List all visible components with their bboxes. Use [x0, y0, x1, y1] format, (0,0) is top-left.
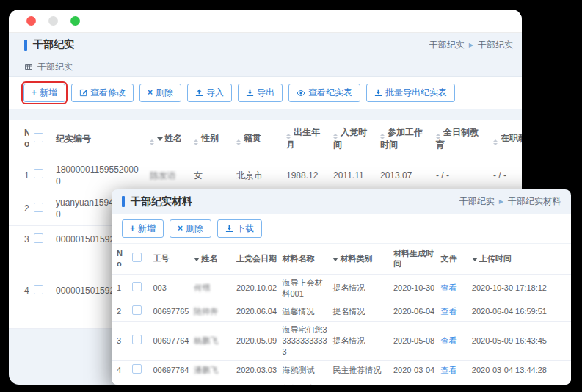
cell-upload_time: 2020-05-09 16:43:45	[470, 322, 571, 361]
view-record-table-button[interactable]: 查看纪实表	[288, 84, 360, 102]
delete-button[interactable]: ×删除	[170, 219, 211, 238]
column-label: 材料生成时间	[393, 249, 434, 268]
sort-caret-icon[interactable]	[194, 139, 198, 145]
cell-party_time: 2011.11	[329, 159, 376, 192]
button-label: 新增	[138, 224, 156, 233]
table-row: 500000150赵碧岭2019.10.30某某会议纪要提名情况2019-10-…	[112, 380, 571, 385]
col-birth_date[interactable]: 出生年月	[282, 120, 329, 159]
maximize-button[interactable]	[70, 16, 80, 26]
table-row: 1003何甥2020.10.02海导上会材料001提名情况2020-10-30查…	[112, 274, 571, 302]
close-button[interactable]	[26, 16, 36, 26]
filter-icon[interactable]	[157, 137, 163, 141]
sort-caret-icon[interactable]	[333, 134, 338, 139]
cell-select	[130, 360, 151, 380]
cell-upload_time: 2019-10-29 11:40:17	[470, 380, 571, 385]
cell-select	[130, 322, 151, 361]
import-button[interactable]: 导入	[187, 84, 232, 102]
sort-caret-icon[interactable]	[380, 134, 385, 139]
col-upload_time[interactable]: 上传时间	[470, 244, 571, 274]
plus-icon: +	[130, 224, 135, 233]
cell-upload_time: 2020-03-04 13:44:28	[470, 360, 571, 380]
sort-caret-icon[interactable]	[493, 139, 498, 145]
col-onjob_edu[interactable]: 在职教育	[489, 120, 522, 159]
col-material_name: 材料名称	[280, 244, 330, 274]
row-checkbox[interactable]	[132, 364, 142, 374]
cell-work_time: 2013.07	[376, 159, 432, 192]
cell-job_no: 00697765	[150, 302, 192, 322]
cell-no: 4	[9, 277, 29, 328]
delete-button[interactable]: ×删除	[139, 84, 181, 102]
cell-material_name: 海鸥测试	[280, 360, 330, 380]
page-title: 干部纪实	[33, 38, 74, 51]
download-icon	[374, 89, 382, 97]
cell-job_no: 00697764	[150, 360, 192, 380]
view-link[interactable]: 查看	[440, 336, 456, 345]
sort-caret-icon[interactable]	[436, 134, 440, 139]
export-button[interactable]: 导出	[238, 84, 283, 102]
cell-material_time: 2019-10-29	[391, 380, 439, 385]
breadcrumb-item[interactable]: 干部纪实	[459, 195, 495, 208]
breadcrumb-item[interactable]: 干部纪实	[478, 39, 513, 51]
col-native_place[interactable]: 籍贯	[232, 120, 282, 159]
col-name[interactable]: 姓名	[145, 120, 189, 159]
cell-meeting_date: 2020.10.02	[234, 274, 280, 302]
view-link[interactable]: 查看	[440, 307, 456, 316]
cell-file: 查看	[438, 360, 469, 380]
column-label: 上党会日期	[236, 254, 277, 263]
cell-file: 查看	[438, 274, 469, 302]
sort-caret-icon[interactable]	[236, 139, 241, 145]
window-titlebar	[9, 10, 522, 33]
row-checkbox[interactable]	[132, 305, 142, 315]
breadcrumb-item[interactable]: 干部纪实材料	[508, 195, 561, 208]
button-label: 下载	[236, 224, 254, 233]
button-label: 新增	[40, 88, 57, 98]
col-work_time[interactable]: 参加工作时间	[376, 120, 432, 159]
batch-export-record-table-button[interactable]: 批量导出纪实表	[366, 84, 455, 102]
add-button[interactable]: +新增	[122, 219, 164, 238]
cell-material_type: 提名情况	[330, 322, 390, 361]
col-select[interactable]	[29, 120, 51, 159]
add-button[interactable]: +新增	[23, 84, 65, 102]
col-material_type[interactable]: 材料类别	[330, 244, 390, 274]
sub-header: 干部纪实	[9, 57, 522, 77]
cell-material_name: 温馨情况	[280, 302, 330, 322]
row-checkbox[interactable]	[34, 169, 43, 178]
column-label: 材料名称	[282, 254, 314, 263]
row-checkbox[interactable]	[34, 285, 43, 294]
download-button[interactable]: 下载	[217, 219, 262, 238]
col-record_no: 纪实编号	[51, 120, 145, 159]
sort-caret-icon[interactable]	[286, 134, 291, 139]
col-party_time[interactable]: 入党时间	[329, 120, 376, 159]
cell-no: 5	[112, 380, 130, 385]
filter-icon[interactable]	[332, 258, 338, 261]
row-checkbox[interactable]	[34, 233, 43, 243]
view-edit-button[interactable]: 查看修改	[71, 84, 134, 102]
x-icon: ×	[178, 224, 183, 233]
col-material_time: 材料生成时间	[391, 244, 439, 274]
cell-native_place: 北京市	[232, 159, 282, 192]
row-checkbox[interactable]	[132, 282, 142, 291]
select-all-checkbox[interactable]	[132, 253, 142, 262]
cell-material_time: 2020-10-30	[391, 274, 439, 302]
col-name[interactable]: 姓名	[192, 244, 234, 274]
view-link[interactable]: 查看	[440, 283, 456, 292]
select-all-checkbox[interactable]	[34, 133, 43, 142]
edit-icon	[79, 89, 87, 97]
window-controls	[26, 16, 80, 26]
back-toolbar: +新增查看修改×删除导入导出查看纪实表批量导出纪实表	[9, 77, 522, 109]
cell-file: 查看	[438, 302, 469, 322]
col-select[interactable]	[130, 244, 151, 274]
filter-icon[interactable]	[472, 258, 478, 261]
row-checkbox[interactable]	[34, 203, 43, 212]
view-link[interactable]: 查看	[440, 366, 456, 374]
sort-caret-icon[interactable]	[150, 139, 154, 145]
filter-icon[interactable]	[194, 258, 200, 261]
cell-select	[29, 192, 51, 225]
cell-file: 查看	[438, 380, 469, 385]
breadcrumb-item[interactable]: 干部纪实	[429, 39, 465, 51]
col-fulltime_edu[interactable]: 全日制教育	[432, 120, 489, 159]
col-gender[interactable]: 性别	[189, 120, 232, 159]
cell-material_name: 某某会议纪要	[280, 380, 330, 385]
minimize-button[interactable]	[48, 16, 58, 26]
row-checkbox[interactable]	[132, 335, 142, 344]
